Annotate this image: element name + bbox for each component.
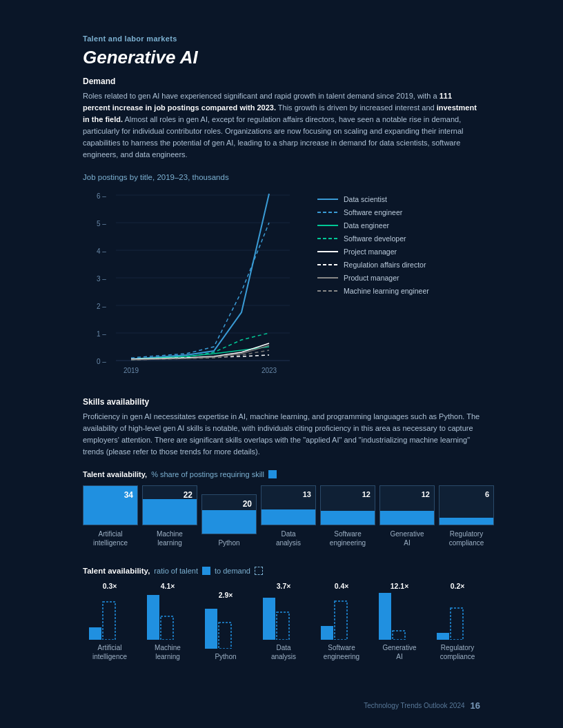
svg-rect-25 [89,627,101,640]
legend-product-manager: Product manager [317,274,480,282]
bar-label-python: Python [218,538,239,547]
ratio-vis-ai [83,593,137,640]
ratio-label-genai: GenerativeAI [383,643,417,661]
svg-rect-36 [451,608,463,640]
bar-num-python: 20 [243,499,252,509]
chart-legend: Data scientist Software engineer Data en… [317,188,480,300]
ratio-vis-python [199,602,253,649]
bar-reg: 6 Regulatorycompliance [439,485,494,547]
ratio-genai: 12.1× GenerativeAI [373,582,426,661]
bar-card-python: 20 [201,494,257,534]
bar-fill-ml [143,499,197,525]
ratio-da: 3.7× Dataanalysis [257,582,310,661]
svg-rect-31 [263,598,275,640]
bar-num-ml: 22 [184,490,192,500]
bar-label-da: Dataanalysis [276,529,301,547]
skills-title: Skills availability [83,397,480,407]
ratio-val-da: 3.7× [277,582,291,590]
ratio-label-python: Python [215,652,236,661]
ratio-val-ml: 4.1× [161,582,175,590]
ratio-reg: 0.2× Regulatorycompliance [431,582,484,661]
legend-data-scientist: Data scientist [317,195,480,203]
talent-ratio-section: Talent availability, ratio of talent to … [83,567,480,661]
svg-rect-27 [147,595,159,640]
ratio-vis-ml [141,593,195,640]
footer-label: Technology Trends Outlook 2024 [364,702,464,709]
svg-text:5 –: 5 – [97,220,106,228]
bar-num-genai: 12 [422,490,430,498]
demand-body: Roles related to gen AI have experienced… [83,90,480,161]
bar-fill-python [202,510,256,534]
ratio-val-reg: 0.2× [451,582,465,590]
legend-ml-engineer: Machine learning engineer [317,287,480,295]
talent2-subtitle1: ratio of talent [154,567,198,575]
section-tag: Talent and labor markets [83,34,480,43]
bar-ai: 34 Artificialintelligence [83,485,138,547]
chart1-title: Job postings by title, 2019–23, thousand… [83,173,480,181]
bar-label-ai: Artificialintelligence [93,529,128,547]
talent2-subtitle2: to demand [215,567,250,575]
bar-num-swe: 12 [362,490,371,498]
ratio-vis-reg [431,593,484,640]
bar-card-sw-eng: 12 [320,485,375,525]
ratio-ml: 4.1× Machinelearning [141,582,195,661]
bar-fill-reg [439,518,493,525]
svg-rect-26 [161,616,173,640]
talent2-title: Talent availability, [83,567,150,575]
ratio-label-reg: Regulatorycompliance [440,643,475,661]
bar-data-analysis: 13 Dataanalysis [261,485,316,547]
svg-text:6 –: 6 – [97,192,106,200]
legend-software-developer: Software developer [317,234,480,243]
svg-text:2 –: 2 – [97,303,106,310]
bar-fill-da [261,509,315,525]
bar-card-data-analysis: 13 [261,485,316,525]
legend-data-engineer: Data engineer [317,221,480,230]
ratio-label-ai: Artificialintelligence [92,643,127,661]
svg-rect-28 [219,623,231,649]
skills-body: Proficiency in gen AI necessitates exper… [83,411,480,458]
ratio-vis-swe [315,593,368,640]
ratio-label-da: Dataanalysis [271,643,296,661]
page-container: Talent and labor markets Generative AI D… [0,0,563,728]
svg-rect-37 [437,633,449,640]
footer: Technology Trends Outlook 2024 16 [364,700,480,711]
bar-gen-ai: 12 GenerativeAI [379,485,435,547]
svg-text:4 –: 4 – [97,247,106,255]
svg-rect-34 [393,631,405,640]
bar-label-ml: Machinelearning [157,529,183,547]
bar-fill-genai [380,511,434,525]
legend-software-engineer: Software engineer [317,208,480,216]
svg-text:2023: 2023 [261,367,277,374]
ratio-python: 2.9× Python [199,591,253,661]
svg-rect-35 [379,593,391,640]
legend-regulation-affairs: Regulation affairs director [317,261,480,269]
ratio-vis-genai [373,593,426,640]
bar-card-reg: 6 [439,485,494,525]
ratio-val-ai: 0.3× [103,582,117,590]
svg-rect-29 [205,609,217,649]
svg-rect-32 [335,601,347,640]
footer-page: 16 [471,700,480,711]
line-chart-section: 0 – 1 – 2 – 3 – 4 – 5 – 6 – 2019 2023 [83,188,480,376]
ratio-label-ml: Machinelearning [155,643,181,661]
ratio-val-python: 2.9× [219,591,233,599]
talent2-legend-talent [202,567,210,575]
svg-rect-30 [277,612,289,640]
talent-pct-bars: 34 Artificialintelligence 22 Machinelear… [83,485,480,547]
page-title: Generative AI [83,47,480,68]
ratio-label-swe: Softwareengineering [324,643,359,661]
talent-pct-section: Talent availability, % share of postings… [83,470,480,547]
bar-sw-eng: 12 Softwareengineering [320,485,375,547]
svg-text:3 –: 3 – [97,275,106,283]
demand-title: Demand [83,77,480,86]
bar-card-ml: 22 [142,485,197,525]
svg-text:0 –: 0 – [97,358,106,365]
line-chart: 0 – 1 – 2 – 3 – 4 – 5 – 6 – 2019 2023 [83,188,304,376]
ratio-ai: 0.3× Artificialintelligence [83,582,137,661]
svg-rect-24 [103,602,115,640]
bar-label-swe: Softwareengineering [330,529,366,547]
svg-rect-33 [321,626,333,640]
bar-ml: 22 Machinelearning [142,485,197,547]
ratio-val-swe: 0.4× [335,582,349,590]
bar-python: 20 Python [201,494,257,547]
